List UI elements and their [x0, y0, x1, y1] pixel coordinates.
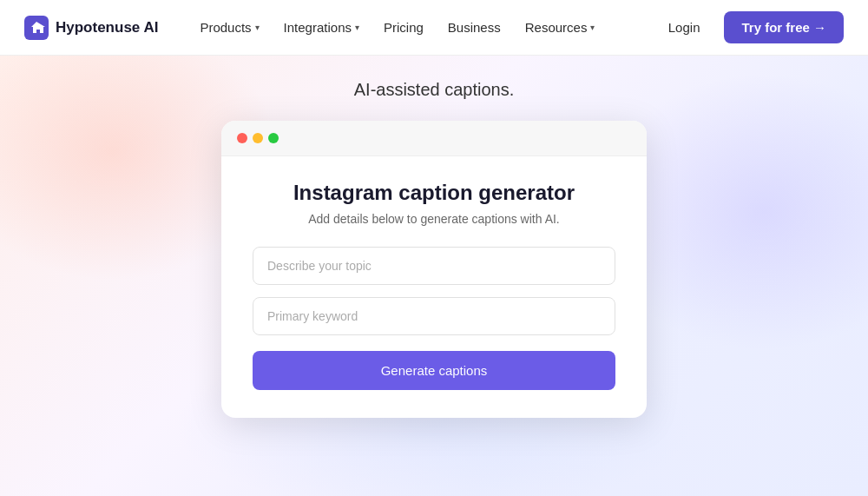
generator-card: Instagram caption generator Add details … — [221, 121, 647, 418]
nav-item-business[interactable]: Business — [437, 15, 511, 40]
card-description: Add details below to generate captions w… — [253, 212, 615, 226]
nav-item-integrations[interactable]: Integrations ▾ — [273, 15, 370, 40]
generate-captions-button[interactable]: Generate captions — [253, 351, 615, 390]
logo-icon — [24, 16, 49, 40]
chevron-down-icon: ▾ — [255, 23, 260, 32]
try-for-free-button[interactable]: Try for free → — [724, 11, 844, 43]
card-body: Instagram caption generator Add details … — [221, 156, 647, 390]
window-dot-red — [237, 133, 247, 143]
card-titlebar — [221, 121, 647, 156]
navbar: Hypotenuse AI Products ▾ Integrations ▾ … — [0, 0, 868, 56]
chevron-down-icon: ▾ — [590, 23, 595, 32]
keyword-input[interactable] — [253, 297, 615, 335]
hero-section: AI-assisted captions. Instagram caption … — [0, 56, 868, 496]
nav-item-resources[interactable]: Resources ▾ — [515, 15, 606, 40]
nav-item-pricing[interactable]: Pricing — [373, 15, 434, 40]
nav-right: Login Try for free → — [658, 11, 844, 43]
nav-links: Products ▾ Integrations ▾ Pricing Busine… — [189, 15, 657, 40]
topic-input[interactable] — [253, 247, 615, 285]
chevron-down-icon: ▾ — [355, 23, 359, 32]
login-button[interactable]: Login — [658, 15, 711, 40]
window-dot-green — [268, 133, 279, 143]
card-title: Instagram caption generator — [253, 181, 615, 205]
nav-item-products[interactable]: Products ▾ — [189, 15, 269, 40]
hero-subtitle: AI-assisted captions. — [354, 80, 515, 100]
logo-text: Hypotenuse AI — [56, 19, 158, 36]
logo[interactable]: Hypotenuse AI — [24, 16, 158, 40]
window-dot-yellow — [253, 133, 263, 143]
